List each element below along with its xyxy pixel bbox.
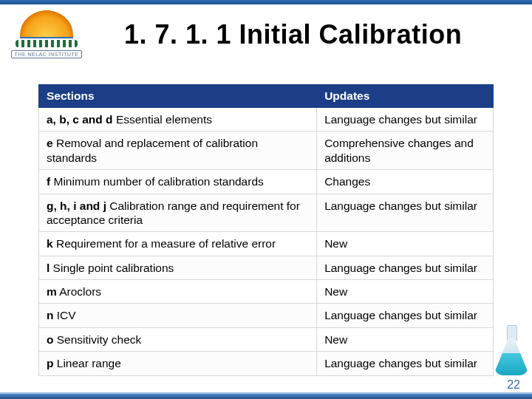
table-row: g, h, i and j Calibration range and requ…: [39, 194, 494, 232]
section-rest: ICV: [53, 309, 75, 321]
cell-section: k Requirement for a measure of relative …: [39, 232, 317, 256]
cell-section: n ICV: [39, 304, 317, 327]
section-rest: Minimum number of calibration standards: [50, 175, 264, 188]
header-sections: Sections: [39, 85, 317, 108]
flask-body: [495, 338, 528, 375]
section-lead: k: [47, 237, 53, 250]
section-lead: m: [47, 285, 57, 298]
flask-neck: [507, 325, 517, 341]
table-row: o Sensitivity check New: [39, 327, 494, 351]
sun-icon: [20, 9, 73, 38]
cell-section: e Removal and replacement of calibration…: [39, 132, 317, 170]
section-rest: Single point calibrations: [50, 262, 174, 274]
cell-update: Language changes but similar: [317, 108, 494, 132]
header-updates: Updates: [317, 85, 494, 108]
top-accent-bar: [0, 0, 532, 4]
cell-update: Language changes but similar: [317, 194, 494, 232]
table-row: p Linear range Language changes but simi…: [39, 352, 494, 375]
calibration-table: Sections Updates a, b, c and d Essential…: [38, 84, 494, 376]
table-row: e Removal and replacement of calibration…: [39, 132, 494, 170]
cell-update: Language changes but similar: [317, 256, 494, 279]
table-row: f Minimum number of calibration standard…: [39, 170, 494, 194]
cell-update: Language changes but similar: [317, 352, 494, 375]
table-header-row: Sections Updates: [39, 85, 494, 108]
table-row: m Aroclors New: [39, 280, 494, 304]
section-rest: Sensitivity check: [53, 333, 141, 346]
cell-section: m Aroclors: [39, 280, 317, 304]
flask-icon: [495, 325, 528, 378]
waves-icon: [16, 40, 78, 47]
cell-section: o Sensitivity check: [39, 327, 317, 351]
cell-section: a, b, c and d Essential elements: [39, 108, 317, 132]
bottom-accent-bar: [0, 393, 532, 399]
section-rest: Aroclors: [57, 285, 101, 298]
cell-update: Comprehensive changes and additions: [317, 132, 494, 170]
page-number: 22: [507, 378, 520, 392]
section-lead: g, h, i and j: [47, 200, 106, 212]
cell-section: g, h, i and j Calibration range and requ…: [39, 194, 317, 232]
table-row: k Requirement for a measure of relative …: [39, 232, 494, 256]
section-lead: e: [47, 137, 53, 149]
table-row: l Single point calibrations Language cha…: [39, 256, 494, 279]
cell-update: Changes: [317, 170, 494, 194]
table-row: a, b, c and d Essential elements Languag…: [39, 108, 494, 132]
cell-section: l Single point calibrations: [39, 256, 317, 279]
cell-update: New: [317, 280, 494, 304]
section-rest: Requirement for a measure of relative er…: [53, 237, 276, 250]
slide-title: 1. 7. 1. 1 Initial Calibration: [124, 19, 462, 50]
cell-section: p Linear range: [39, 352, 317, 375]
section-rest: Linear range: [53, 357, 120, 369]
nelac-logo: THE NELAC INSTITUTE: [6, 9, 87, 62]
cell-section: f Minimum number of calibration standard…: [39, 170, 317, 194]
cell-update: New: [317, 232, 494, 256]
section-rest: Removal and replacement of calibration s…: [47, 137, 258, 163]
cell-update: New: [317, 327, 494, 351]
table-row: n ICV Language changes but similar: [39, 304, 494, 327]
logo-label: THE NELAC INSTITUTE: [11, 50, 83, 58]
cell-update: Language changes but similar: [317, 304, 494, 327]
slide: THE NELAC INSTITUTE 1. 7. 1. 1 Initial C…: [0, 0, 532, 399]
section-rest: Essential elements: [113, 113, 212, 126]
section-lead: a, b, c and d: [47, 113, 113, 126]
